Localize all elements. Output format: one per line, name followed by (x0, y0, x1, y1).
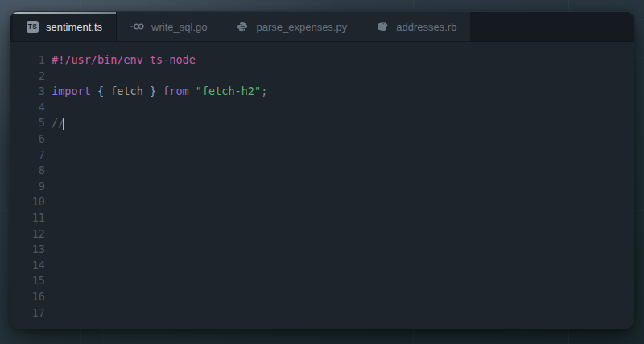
code-line[interactable]: 12 (10, 226, 634, 242)
line-code: #!/usr/bin/env ts-node (45, 52, 196, 68)
tab-label: parse_expenses.py (256, 21, 347, 33)
code-line[interactable]: 17 (10, 305, 634, 321)
code-token-plain: { fetch } (91, 84, 163, 100)
line-number: 15 (10, 273, 45, 289)
line-number: 5 (10, 115, 45, 131)
go-icon (130, 20, 144, 33)
tab-parse-expenses-py[interactable]: parse_expenses.py (221, 12, 361, 41)
ruby-icon (375, 20, 389, 33)
line-number: 6 (10, 131, 45, 147)
text-cursor (63, 118, 64, 130)
line-number: 2 (10, 68, 45, 85)
code-token-keyword: import (52, 84, 91, 100)
code-editor-area[interactable]: 1#!/usr/bin/env ts-node23import { fetch … (10, 42, 634, 329)
code-token-keyword: from (163, 84, 189, 100)
tab-bar: TS sentiment.ts write_sql.go parse_expen… (10, 12, 634, 42)
tab-label: sentiment.ts (46, 21, 102, 33)
code-token-string: "fetch-h2" (196, 84, 261, 100)
line-number: 16 (10, 289, 45, 305)
code-line[interactable]: 1#!/usr/bin/env ts-node (10, 52, 634, 68)
tab-sentiment-ts[interactable]: TS sentiment.ts (13, 12, 117, 41)
code-line[interactable]: 11 (10, 210, 634, 226)
code-line[interactable]: 9 (10, 179, 634, 195)
line-number: 7 (10, 147, 45, 164)
code-line[interactable]: 5// (10, 115, 634, 131)
typescript-icon: TS (27, 21, 39, 33)
code-line[interactable]: 2 (10, 68, 634, 85)
code-lines: 1#!/usr/bin/env ts-node23import { fetch … (10, 52, 634, 321)
code-line[interactable]: 8 (10, 163, 634, 179)
line-number: 8 (10, 163, 45, 179)
code-line[interactable]: 10 (10, 194, 634, 210)
editor-window: TS sentiment.ts write_sql.go parse_expen… (10, 11, 634, 329)
line-number: 3 (10, 84, 45, 100)
code-line[interactable]: 15 (10, 273, 634, 289)
code-line[interactable]: 4 (10, 100, 634, 116)
code-token-shebang: #!/usr/bin/env ts-node (52, 52, 196, 68)
line-code: import { fetch } from "fetch-h2"; (45, 84, 267, 100)
line-number: 17 (10, 305, 45, 321)
code-line[interactable]: 6 (10, 131, 634, 147)
code-token-punct: ; (261, 84, 267, 100)
code-line[interactable]: 3import { fetch } from "fetch-h2"; (10, 84, 634, 100)
tab-label: write_sql.go (151, 21, 207, 33)
code-line[interactable]: 13 (10, 242, 634, 258)
line-number: 14 (10, 258, 45, 274)
line-number: 13 (10, 242, 45, 258)
line-number: 10 (10, 194, 45, 210)
tab-label: addresses.rb (396, 21, 456, 33)
code-token-plain (189, 84, 196, 100)
line-number: 4 (10, 100, 45, 116)
line-number: 11 (10, 210, 45, 226)
python-icon (235, 20, 249, 33)
code-line[interactable]: 14 (10, 258, 634, 274)
line-number: 1 (10, 52, 45, 68)
line-code: // (45, 115, 64, 131)
line-number: 9 (10, 179, 45, 195)
code-line[interactable]: 16 (10, 289, 634, 305)
tab-addresses-rb[interactable]: addresses.rb (361, 12, 471, 41)
code-line[interactable]: 7 (10, 147, 634, 164)
tab-write-sql-go[interactable]: write_sql.go (117, 12, 221, 41)
line-number: 12 (10, 226, 45, 242)
